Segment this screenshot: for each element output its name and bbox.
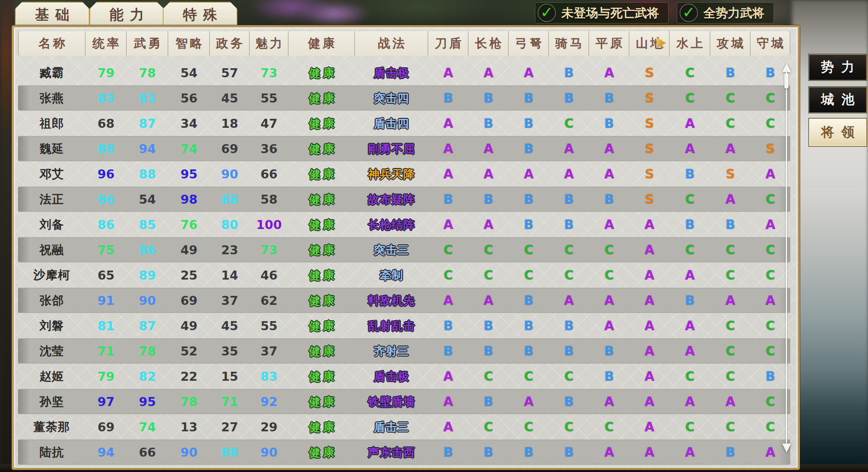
grade-water: B: [670, 167, 710, 182]
health-status: 健康: [288, 91, 355, 106]
stat-valor: 90: [127, 294, 168, 308]
grade-water: A: [670, 141, 710, 156]
filter-toggle-all-forces[interactable]: ✓全势力武将: [677, 2, 774, 23]
stat-intellect: 95: [168, 167, 210, 181]
health-status: 健康: [288, 268, 355, 283]
grade-sword-shield: B: [428, 91, 468, 106]
column-header-leadership[interactable]: 统率: [85, 31, 127, 56]
stat-intellect: 54: [168, 66, 210, 80]
table-row[interactable]: 法正8654988858健康故布疑阵BBBBBSCAC: [18, 187, 790, 212]
scrollbar: [782, 63, 792, 453]
grade-water: A: [670, 445, 710, 460]
stat-valor: 87: [127, 319, 168, 333]
table-row[interactable]: 孙坚9795787192健康铁壁盾墙ABABAAAAC: [18, 389, 790, 414]
stat-politics: 45: [210, 91, 250, 105]
column-header-valor[interactable]: 武勇: [127, 31, 168, 56]
grade-water: A: [670, 344, 710, 359]
scrollbar-track[interactable]: [786, 71, 787, 444]
column-header-politics[interactable]: 政务: [210, 31, 250, 56]
column-header-bow[interactable]: 弓弩: [509, 31, 549, 56]
green-check-icon: ✓: [540, 5, 553, 20]
grade-plains: B: [589, 116, 629, 131]
grade-water: A: [670, 116, 710, 131]
tab-special[interactable]: 特殊: [163, 2, 237, 28]
side-button-generals[interactable]: 将领: [809, 118, 867, 146]
table-row[interactable]: 魏延8894746936健康刚勇不屈AABAASAAS: [18, 136, 790, 161]
general-name: 刘备: [18, 217, 85, 233]
stat-intellect: 52: [168, 344, 210, 358]
grade-spear: B: [468, 91, 509, 106]
grade-bow: B: [509, 344, 549, 359]
grade-spear: B: [468, 318, 509, 333]
grade-plains: C: [589, 268, 629, 283]
table-row[interactable]: 臧霸7978545773健康盾击极AAABASCBB: [18, 60, 790, 85]
grade-water: A: [670, 318, 710, 333]
table-row[interactable]: 邓艾9688959066健康神兵天降AAAAASBSA: [18, 161, 790, 187]
tab-ability[interactable]: 能力: [90, 2, 164, 28]
grade-mountain: A: [629, 217, 670, 232]
column-header-health[interactable]: 健康: [288, 31, 355, 56]
generals-table-body: 臧霸7978545773健康盾击极AAABASCBB张燕8383564555健康…: [18, 60, 790, 465]
side-button-cities[interactable]: 城池: [809, 87, 867, 113]
grade-cavalry: B: [549, 344, 589, 359]
column-header-name[interactable]: 名称: [18, 31, 85, 56]
stat-charm: 100: [250, 218, 288, 232]
column-header-sword-shield[interactable]: 刀盾: [428, 31, 468, 56]
health-status: 健康: [288, 394, 355, 409]
grade-cavalry: A: [549, 167, 589, 182]
stat-charm: 92: [250, 395, 288, 409]
table-row[interactable]: 刘备86857680100健康长枪结阵AABBAABBA: [18, 212, 790, 237]
generals-table-panel: 名称统率武勇智略政务魅力健康战法刀盾长枪弓弩骑马平原山地水上攻城守城 臧霸797…: [12, 25, 800, 470]
table-row[interactable]: 祖郎6887341847健康盾击四ABBCBSACC: [18, 111, 790, 136]
column-header-charm[interactable]: 魅力: [250, 31, 288, 56]
health-status: 健康: [288, 318, 355, 333]
scrollbar-thumb[interactable]: [784, 73, 788, 89]
grade-siege-attack: B: [710, 217, 750, 232]
grade-spear: C: [468, 420, 509, 435]
table-row[interactable]: 沈莹7178523537健康齐射三BBBBBAACC: [18, 338, 790, 364]
column-header-siege-defense[interactable]: 守城: [750, 31, 790, 56]
table-row[interactable]: 张郃9190693762健康料敌机先AABAAABAA: [18, 288, 790, 313]
column-header-water[interactable]: 水上: [670, 31, 710, 56]
stat-valor: 78: [127, 344, 168, 358]
stat-intellect: 90: [168, 445, 210, 459]
grade-cavalry: B: [549, 192, 589, 207]
scroll-down-arrow-icon[interactable]: [782, 444, 791, 453]
table-row[interactable]: 祝融7586492373健康突击三CCCCCACCC: [18, 237, 790, 262]
stat-charm: 36: [250, 142, 288, 156]
column-header-plains[interactable]: 平原: [589, 31, 629, 56]
grade-mountain: A: [629, 369, 670, 384]
grade-sword-shield: A: [428, 217, 468, 232]
grade-plains: A: [589, 217, 629, 232]
stat-politics: 80: [210, 218, 250, 232]
scroll-up-arrow-icon[interactable]: [782, 63, 791, 72]
table-row[interactable]: 董荼那6974132729健康盾击三ACCCCACCC: [18, 414, 790, 439]
stat-valor: 89: [127, 268, 168, 282]
grade-siege-attack: A: [710, 293, 750, 308]
tactic-name: 刚勇不屈: [355, 141, 428, 156]
filter-toggle-undebuted-dead[interactable]: ✓未登场与死亡武将: [535, 2, 669, 23]
column-header-cavalry[interactable]: 骑马: [549, 31, 589, 56]
column-header-spear[interactable]: 长枪: [468, 31, 509, 56]
grade-sword-shield: A: [428, 369, 468, 384]
column-header-siege-attack[interactable]: 攻城: [710, 31, 750, 56]
table-row[interactable]: 张燕8383564555健康突击四BBBBBSCCC: [18, 85, 790, 111]
table-header: 名称统率武勇智略政务魅力健康战法刀盾长枪弓弩骑马平原山地水上攻城守城: [18, 30, 790, 56]
general-name: 张郃: [18, 293, 85, 308]
general-name: 张燕: [18, 90, 85, 106]
stat-leadership: 86: [85, 192, 127, 206]
table-row[interactable]: 刘磐8187494555健康乱射乱击BBBBAAACC: [18, 313, 790, 338]
side-button-forces[interactable]: 势力: [809, 54, 867, 80]
tab-basics[interactable]: 基础: [15, 2, 90, 28]
table-row[interactable]: 沙摩柯6589251446健康牵制CCCCCAACC: [18, 262, 790, 288]
grade-bow: C: [509, 243, 549, 257]
table-row[interactable]: 赵姬7982221583健康盾击极ACCCBACCB: [18, 364, 790, 389]
column-header-intellect[interactable]: 智略: [168, 31, 210, 56]
table-row[interactable]: 陆抗9466908890健康声东击西BBBBAAABA: [18, 439, 790, 465]
grade-spear: B: [468, 116, 509, 131]
grade-mountain: A: [629, 420, 670, 435]
column-header-tactic[interactable]: 战法: [355, 31, 428, 56]
stat-leadership: 65: [85, 268, 127, 282]
tactic-name: 神兵天降: [355, 167, 428, 182]
grade-cavalry: B: [549, 217, 589, 232]
